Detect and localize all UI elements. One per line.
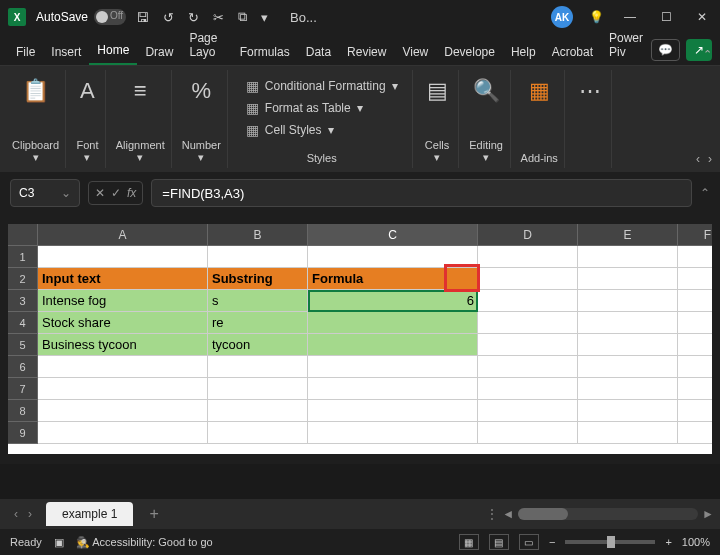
cell-a9[interactable] [38, 422, 208, 444]
zoom-slider[interactable] [565, 540, 655, 544]
undo-icon[interactable]: ↺ [163, 10, 174, 25]
cell-f5[interactable] [678, 334, 712, 356]
ribbon-scroll-left-icon[interactable]: ‹ [696, 152, 700, 166]
cell-c2[interactable]: Formula [308, 268, 478, 290]
cell-f1[interactable] [678, 246, 712, 268]
group-clipboard[interactable]: 📋 Clipboard▾ [6, 70, 66, 168]
hscroll-thumb[interactable] [518, 508, 568, 520]
cell-b5[interactable]: tycoon [208, 334, 308, 356]
row-header-8[interactable]: 8 [8, 400, 38, 422]
worksheet-grid[interactable]: A B C D E F 1 2 Input text Substring For… [8, 224, 712, 454]
col-header-d[interactable]: D [478, 224, 578, 246]
tab-insert[interactable]: Insert [43, 39, 89, 65]
cell-f2[interactable] [678, 268, 712, 290]
tab-pagelayout[interactable]: Page Layo [181, 25, 231, 65]
sheet-tab-example1[interactable]: example 1 [46, 502, 133, 526]
cell-c3[interactable]: 6 [308, 290, 478, 312]
view-normal-button[interactable]: ▦ [459, 534, 479, 550]
cell-b1[interactable] [208, 246, 308, 268]
minimize-button[interactable]: — [620, 7, 640, 27]
group-addins[interactable]: ▦ Add-ins [515, 70, 565, 168]
cell-a1[interactable] [38, 246, 208, 268]
conditional-formatting-button[interactable]: ▦Conditional Formatting ▾ [246, 78, 398, 94]
cut-icon[interactable]: ✂ [213, 10, 224, 25]
view-pagelayout-button[interactable]: ▤ [489, 534, 509, 550]
tab-review[interactable]: Review [339, 39, 394, 65]
col-header-c[interactable]: C [308, 224, 478, 246]
cell-c4[interactable] [308, 312, 478, 334]
cell-a5[interactable]: Business tycoon [38, 334, 208, 356]
formula-bar[interactable]: =FIND(B3,A3) [151, 179, 692, 207]
cancel-formula-icon[interactable]: ✕ [95, 186, 105, 200]
cell-c7[interactable] [308, 378, 478, 400]
cell-d3[interactable] [478, 290, 578, 312]
sheet-prev-icon[interactable]: ‹ [14, 507, 18, 521]
cell-d1[interactable] [478, 246, 578, 268]
col-header-a[interactable]: A [38, 224, 208, 246]
add-sheet-button[interactable]: + [139, 505, 168, 523]
formula-expand-icon[interactable]: ⌃ [700, 186, 710, 200]
row-header-5[interactable]: 5 [8, 334, 38, 356]
redo-icon[interactable]: ↻ [188, 10, 199, 25]
cell-b8[interactable] [208, 400, 308, 422]
tab-help[interactable]: Help [503, 39, 544, 65]
tab-data[interactable]: Data [298, 39, 339, 65]
group-cells[interactable]: ▤ Cells▾ [417, 70, 459, 168]
tab-formulas[interactable]: Formulas [232, 39, 298, 65]
cell-b9[interactable] [208, 422, 308, 444]
tab-acrobat[interactable]: Acrobat [544, 39, 601, 65]
fx-icon[interactable]: fx [127, 186, 136, 200]
maximize-button[interactable]: ☐ [656, 7, 676, 27]
cell-f7[interactable] [678, 378, 712, 400]
col-header-f[interactable]: F [678, 224, 712, 246]
avatar[interactable]: AK [551, 6, 573, 28]
cell-e9[interactable] [578, 422, 678, 444]
cell-c5[interactable] [308, 334, 478, 356]
hscroll-menu-icon[interactable]: ⋮ [486, 507, 498, 521]
cell-c1[interactable] [308, 246, 478, 268]
cell-e8[interactable] [578, 400, 678, 422]
cell-a6[interactable] [38, 356, 208, 378]
macro-record-icon[interactable]: ▣ [54, 536, 64, 549]
cell-b6[interactable] [208, 356, 308, 378]
cell-b3[interactable]: s [208, 290, 308, 312]
close-button[interactable]: ✕ [692, 7, 712, 27]
comments-button[interactable]: 💬 [651, 39, 680, 61]
hscroll-right-icon[interactable]: ► [702, 507, 714, 521]
cell-a8[interactable] [38, 400, 208, 422]
row-header-1[interactable]: 1 [8, 246, 38, 268]
accessibility-status[interactable]: 🕵 Accessibility: Good to go [76, 536, 213, 549]
cell-c9[interactable] [308, 422, 478, 444]
row-header-4[interactable]: 4 [8, 312, 38, 334]
cell-d7[interactable] [478, 378, 578, 400]
tab-developer[interactable]: Develope [436, 39, 503, 65]
col-header-e[interactable]: E [578, 224, 678, 246]
format-as-table-button[interactable]: ▦Format as Table ▾ [246, 100, 398, 116]
cell-e3[interactable] [578, 290, 678, 312]
cell-c8[interactable] [308, 400, 478, 422]
cell-a2[interactable]: Input text [38, 268, 208, 290]
group-editing[interactable]: 🔍 Editing▾ [463, 70, 511, 168]
sheet-next-icon[interactable]: › [28, 507, 32, 521]
cell-c6[interactable] [308, 356, 478, 378]
row-header-3[interactable]: 3 [8, 290, 38, 312]
copy-icon[interactable]: ⧉ [238, 9, 247, 25]
zoom-in-button[interactable]: + [665, 536, 671, 548]
enter-formula-icon[interactable]: ✓ [111, 186, 121, 200]
zoom-level[interactable]: 100% [682, 536, 710, 548]
row-header-2[interactable]: 2 [8, 268, 38, 290]
cell-styles-button[interactable]: ▦Cell Styles ▾ [246, 122, 398, 138]
cell-d4[interactable] [478, 312, 578, 334]
name-box[interactable]: C3 ⌄ [10, 179, 80, 207]
cell-e7[interactable] [578, 378, 678, 400]
cell-f4[interactable] [678, 312, 712, 334]
cell-e5[interactable] [578, 334, 678, 356]
row-header-6[interactable]: 6 [8, 356, 38, 378]
group-number[interactable]: % Number▾ [176, 70, 228, 168]
row-header-7[interactable]: 7 [8, 378, 38, 400]
qat-dropdown-icon[interactable]: ▾ [261, 10, 268, 25]
hscroll-left-icon[interactable]: ◄ [502, 507, 514, 521]
tab-home[interactable]: Home [89, 37, 137, 65]
autosave-toggle[interactable]: Off [94, 9, 126, 25]
tab-file[interactable]: File [8, 39, 43, 65]
